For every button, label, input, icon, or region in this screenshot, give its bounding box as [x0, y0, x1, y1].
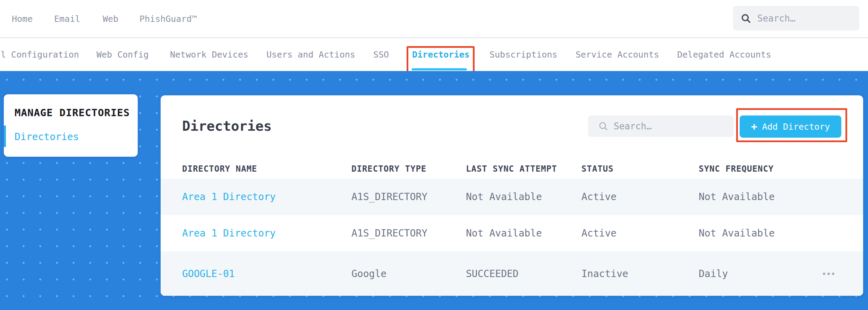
top-nav: Home Email Web PhishGuard™	[0, 0, 868, 38]
sync-frequency: Daily	[699, 268, 823, 279]
tab-sso[interactable]: SSO	[373, 39, 389, 71]
global-search[interactable]	[733, 6, 859, 31]
directories-search-input[interactable]	[614, 121, 734, 131]
tab-delegated-accounts[interactable]: Delegated Accounts	[677, 39, 771, 71]
last-sync-attempt: Not Available	[466, 227, 581, 239]
global-search-input[interactable]	[757, 13, 868, 24]
page-title: Directories	[182, 118, 272, 134]
topnav-item-web[interactable]: Web	[103, 0, 118, 38]
tab-subscriptions[interactable]: Subscriptions	[490, 39, 558, 71]
status: Active	[581, 191, 699, 203]
manage-directories-card: MANAGE DIRECTORIES Directories	[4, 94, 138, 157]
search-icon	[741, 13, 751, 24]
col-status: STATUS	[581, 164, 699, 174]
tab-directories[interactable]: Directories	[412, 39, 470, 71]
tab-email-configuration[interactable]: l Configuration	[1, 39, 79, 71]
topnav-item-phishguard[interactable]: PhishGuard™	[139, 0, 197, 38]
side-card-heading: MANAGE DIRECTORIES	[15, 107, 130, 119]
sync-frequency: Not Available	[699, 191, 823, 203]
directory-name-link[interactable]: GOOGLE-01	[182, 268, 351, 279]
active-item-indicator	[4, 126, 6, 147]
tab-service-accounts[interactable]: Service Accounts	[576, 39, 659, 71]
last-sync-attempt: Not Available	[466, 191, 581, 203]
row-actions	[823, 269, 863, 278]
directory-name-link[interactable]: Area 1 Directory	[182, 191, 351, 203]
directory-type: A1S_DIRECTORY	[351, 227, 466, 239]
table-row: GOOGLE-01 Google SUCCEEDED Inactive Dail…	[161, 251, 863, 296]
status: Inactive	[581, 268, 699, 279]
directory-name-link[interactable]: Area 1 Directory	[182, 227, 351, 239]
content-background: MANAGE DIRECTORIES Directories Directori…	[0, 71, 868, 310]
page: Home Email Web PhishGuard™ l Configurati…	[0, 0, 868, 310]
search-icon	[598, 121, 608, 131]
active-tab-underline	[412, 68, 467, 70]
directories-table: DIRECTORY NAME DIRECTORY TYPE LAST SYNC …	[161, 159, 863, 296]
settings-tab-bar: l Configuration Web Config Network Devic…	[0, 39, 868, 71]
sync-frequency: Not Available	[699, 227, 823, 239]
sidebar-item-directories[interactable]: Directories	[15, 131, 79, 143]
directories-panel: Directories + Add Directory DIRECTORY NA…	[161, 95, 863, 296]
ellipsis-icon	[823, 273, 825, 275]
last-sync-attempt: SUCCEEDED	[466, 268, 581, 279]
table-row: Area 1 Directory A1S_DIRECTORY Not Avail…	[161, 215, 863, 251]
table-header-row: DIRECTORY NAME DIRECTORY TYPE LAST SYNC …	[161, 159, 863, 179]
topnav-item-home[interactable]: Home	[12, 0, 33, 38]
topnav-item-email[interactable]: Email	[54, 0, 80, 38]
add-directory-button[interactable]: + Add Directory	[740, 115, 841, 138]
directory-type: Google	[351, 268, 466, 279]
row-actions-menu-button[interactable]	[823, 269, 834, 278]
col-directory-type: DIRECTORY TYPE	[351, 164, 466, 174]
tab-web-config[interactable]: Web Config	[96, 39, 149, 71]
col-last-sync-attempt: LAST SYNC ATTEMPT	[466, 164, 581, 174]
plus-icon: +	[751, 121, 757, 132]
directory-type: A1S_DIRECTORY	[351, 191, 466, 203]
tab-users-and-actions[interactable]: Users and Actions	[266, 39, 355, 71]
col-directory-name: DIRECTORY NAME	[182, 164, 351, 174]
table-row: Area 1 Directory A1S_DIRECTORY Not Avail…	[161, 179, 863, 215]
add-directory-label: Add Directory	[762, 122, 830, 132]
directories-search[interactable]	[588, 115, 734, 137]
tab-network-devices[interactable]: Network Devices	[170, 39, 248, 71]
col-sync-frequency: SYNC FREQUENCY	[699, 164, 823, 174]
status: Active	[581, 227, 699, 239]
